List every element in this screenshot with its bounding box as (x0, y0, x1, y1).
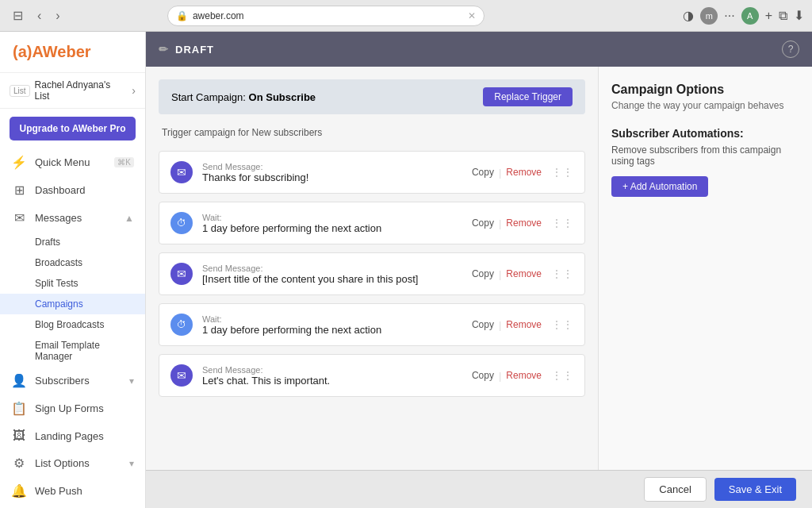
list-options-arrow-icon: ▾ (129, 458, 134, 469)
copy-button-4[interactable]: Copy (472, 370, 494, 381)
item-actions-0: Copy | Remove (472, 167, 542, 179)
list-selector[interactable]: List Rachel Adnyana's List › (0, 73, 145, 109)
trigger-subtitle: Trigger campaign for New subscribers (159, 127, 585, 138)
web-push-icon: 🔔 (11, 483, 27, 498)
download-btn[interactable]: ⬇ (794, 8, 804, 23)
email-icon-4: ✉ (170, 364, 193, 387)
item-value-4: Let's chat. This is important. (202, 375, 462, 387)
sidebar-item-dashboard[interactable]: ⊞ Dashboard (0, 176, 145, 204)
wait-icon-1: ⏱ (170, 212, 193, 234)
cancel-button[interactable]: Cancel (644, 477, 706, 502)
email-icon-2: ✉ (170, 263, 193, 285)
campaign-item-1: ⏱ Wait: 1 day before performing the next… (159, 202, 585, 244)
dashboard-icon: ⊞ (11, 183, 27, 198)
logo: (a)AWeber (13, 43, 91, 60)
panel-section-title: Subscriber Automations: (611, 127, 799, 140)
content-area: Start Campaign: On Subscribe Replace Tri… (146, 67, 812, 470)
browser-forward-btn[interactable]: › (51, 7, 64, 25)
share-btn[interactable]: ⧉ (779, 9, 787, 23)
drag-handle-0[interactable]: ⋮⋮ (551, 166, 573, 179)
item-value-1: 1 day before performing the next action (202, 222, 462, 234)
sidebar-sub-item-blog-broadcasts[interactable]: Blog Broadcasts (0, 314, 145, 335)
messages-icon: ✉ (11, 210, 27, 225)
campaign-item-2: ✉ Send Message: [Insert title of the con… (159, 252, 585, 295)
sidebar-item-quick-menu[interactable]: ⚡ Quick Menu ⌘K (0, 148, 145, 176)
tab-btn[interactable]: A (741, 7, 759, 25)
sidebar-sub-item-broadcasts[interactable]: Broadcasts (0, 252, 145, 273)
sidebar-sub-item-email-template-manager[interactable]: Email Template Manager (0, 335, 145, 367)
save-exit-button[interactable]: Save & Exit (714, 478, 796, 501)
item-label-0: Send Message: (202, 162, 462, 171)
panel-subtitle: Change the way your campaign behaves (611, 100, 799, 111)
drag-handle-2[interactable]: ⋮⋮ (551, 267, 573, 280)
sidebar-sub-item-split-tests[interactable]: Split Tests (0, 273, 145, 294)
campaign-item-4: ✉ Send Message: Let's chat. This is impo… (159, 354, 585, 397)
drag-handle-4[interactable]: ⋮⋮ (551, 369, 573, 382)
upgrade-button[interactable]: Upgrade to AWeber Pro (10, 117, 136, 140)
sidebar-item-messages[interactable]: ✉ Messages ▲ (0, 204, 145, 232)
list-name: Rachel Adnyana's List (35, 79, 128, 102)
copy-button-0[interactable]: Copy (472, 167, 494, 178)
sidebar-sub-item-campaigns[interactable]: Campaigns (0, 294, 145, 314)
draft-header: ✏ DRAFT ? (146, 32, 812, 67)
item-value-0: Thanks for subscribing! (202, 171, 462, 183)
item-content-3: Wait: 1 day before performing the next a… (202, 314, 462, 336)
drag-handle-3[interactable]: ⋮⋮ (551, 318, 573, 331)
browser-back-btn[interactable]: ‹ (33, 7, 46, 25)
trigger-text: Start Campaign: On Subscribe (171, 91, 316, 103)
campaign-item-3: ⏱ Wait: 1 day before performing the next… (159, 303, 585, 346)
item-value-2: [Insert title of the content you share i… (202, 273, 462, 285)
panel-title: Campaign Options (611, 83, 799, 97)
browser-sidebar-btn[interactable]: ⊟ (8, 6, 28, 25)
remove-button-4[interactable]: Remove (506, 370, 542, 381)
drag-handle-1[interactable]: ⋮⋮ (551, 217, 573, 229)
theme-toggle-btn[interactable]: ◑ (683, 8, 694, 23)
sidebar-item-subscribers[interactable]: 👤 Subscribers ▾ (0, 367, 145, 394)
right-panel: Campaign Options Change the way your cam… (598, 67, 812, 470)
sign-up-forms-icon: 📋 (11, 401, 27, 416)
list-nav-arrow[interactable]: › (132, 84, 136, 97)
copy-button-2[interactable]: Copy (472, 268, 494, 279)
item-content-1: Wait: 1 day before performing the next a… (202, 213, 462, 234)
browser-chrome: ⊟ ‹ › 🔒 aweber.com ✕ ◑ m ··· A + ⧉ ⬇ (0, 0, 812, 32)
item-label-3: Wait: (202, 314, 462, 324)
app: (a)AWeber List Rachel Adnyana's List › U… (0, 32, 812, 508)
extensions-btn[interactable]: ··· (724, 9, 734, 23)
item-label-2: Send Message: (202, 264, 462, 273)
remove-button-1[interactable]: Remove (506, 217, 542, 229)
remove-button-3[interactable]: Remove (506, 319, 542, 330)
browser-actions: ◑ m ··· A + ⧉ ⬇ (683, 7, 804, 25)
item-actions-2: Copy | Remove (472, 268, 542, 280)
close-tab-icon[interactable]: ✕ (468, 10, 476, 21)
address-bar[interactable]: 🔒 aweber.com ✕ (167, 6, 485, 26)
trigger-bar: Start Campaign: On Subscribe Replace Tri… (159, 79, 585, 114)
item-label-4: Send Message: (202, 365, 462, 375)
remove-button-0[interactable]: Remove (506, 167, 542, 178)
quick-menu-icon: ⚡ (11, 155, 27, 170)
replace-trigger-button[interactable]: Replace Trigger (483, 87, 573, 106)
email-icon-0: ✉ (170, 161, 193, 183)
draft-title: ✏ DRAFT (159, 43, 214, 56)
help-button[interactable]: ? (782, 40, 799, 58)
wait-icon-3: ⏱ (170, 314, 193, 336)
subscribers-icon: 👤 (11, 373, 27, 388)
url-text: aweber.com (193, 10, 244, 21)
sidebar-item-reports[interactable]: 📊 Reports ▾ (0, 505, 145, 508)
add-automation-button[interactable]: + Add Automation (611, 176, 708, 197)
list-label: List (10, 85, 30, 97)
remove-button-2[interactable]: Remove (506, 268, 542, 279)
profile-btn[interactable]: m (700, 7, 718, 25)
sidebar-sub-item-drafts[interactable]: Drafts (0, 232, 145, 252)
browser-controls: ⊟ ‹ › (8, 6, 65, 25)
copy-button-3[interactable]: Copy (472, 319, 494, 330)
sidebar-item-sign-up-forms[interactable]: 📋 Sign Up Forms (0, 394, 145, 422)
copy-button-1[interactable]: Copy (472, 217, 494, 229)
new-tab-btn[interactable]: + (765, 9, 772, 23)
item-content-4: Send Message: Let's chat. This is import… (202, 365, 462, 387)
sidebar-item-landing-pages[interactable]: 🖼 Landing Pages (0, 422, 145, 449)
main-content: ✏ DRAFT ? Start Campaign: On Subscribe R… (146, 32, 812, 508)
sidebar-item-list-options[interactable]: ⚙ List Options ▾ (0, 449, 145, 477)
subscribers-arrow-icon: ▾ (129, 375, 134, 387)
sidebar-item-web-push[interactable]: 🔔 Web Push (0, 477, 145, 505)
sidebar: (a)AWeber List Rachel Adnyana's List › U… (0, 32, 146, 508)
